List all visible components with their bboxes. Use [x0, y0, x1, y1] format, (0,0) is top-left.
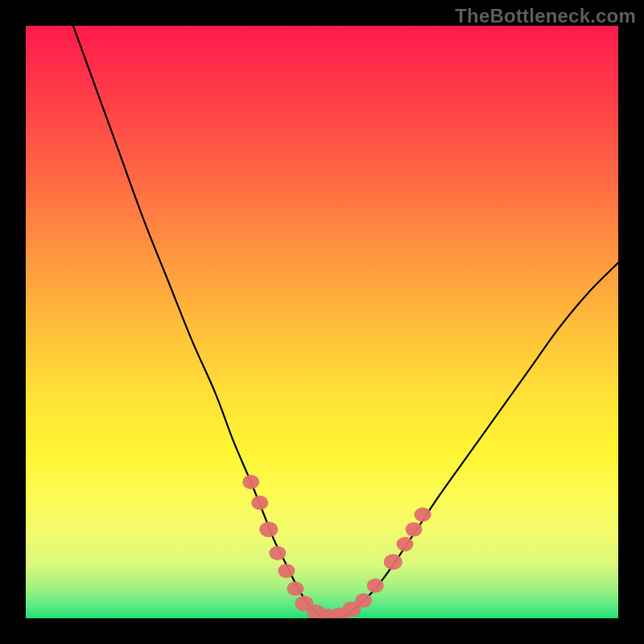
marker-dot [406, 522, 423, 537]
bottleneck-curve-svg [26, 26, 618, 618]
marker-dot [384, 554, 402, 569]
marker-dot [242, 475, 259, 489]
attribution-text: TheBottleneck.com [455, 5, 636, 27]
marker-dot [367, 579, 384, 593]
marker-dot [355, 593, 372, 608]
marker-dot [415, 507, 431, 522]
chart-frame: TheBottleneck.com [0, 0, 644, 644]
highlighted-points [242, 475, 431, 618]
marker-dot [259, 522, 278, 537]
marker-dot [278, 564, 295, 578]
marker-dot [287, 581, 303, 596]
bottleneck-curve [73, 26, 618, 618]
marker-dot [397, 537, 414, 551]
marker-dot [269, 546, 286, 560]
marker-dot [251, 496, 268, 510]
plot-area [26, 26, 618, 618]
